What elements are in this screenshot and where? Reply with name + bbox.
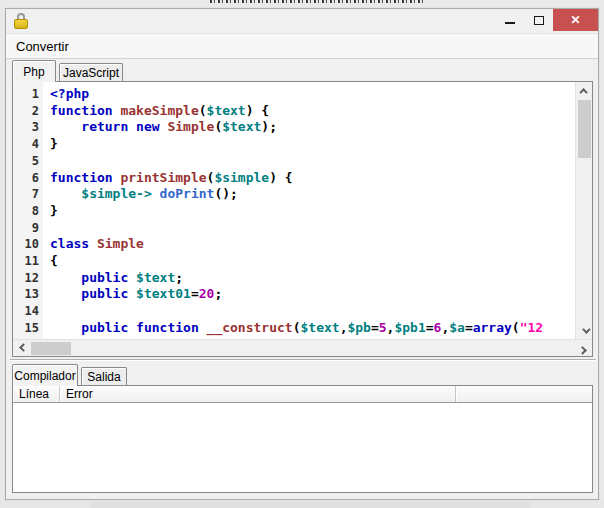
code-token [50, 270, 81, 285]
code-token: } [50, 203, 58, 218]
code-token [128, 320, 136, 335]
scroll-left-button[interactable] [13, 340, 30, 357]
code-line: } [50, 203, 575, 220]
code-token: $pb [347, 320, 370, 335]
line-number: 1 [13, 86, 43, 103]
background-window-sliver [0, 0, 604, 8]
code-editor-panel[interactable]: 123456789101112131415 <?phpfunction make… [12, 81, 593, 357]
chevron-left-icon [19, 343, 27, 351]
line-number: 13 [13, 286, 43, 303]
code-line: } [50, 136, 575, 153]
code-token [50, 119, 81, 134]
code-token: __construct [207, 320, 293, 335]
code-token: $text01 [136, 286, 191, 301]
code-token: $simple-> [81, 186, 151, 201]
menu-bar: Convertir [6, 33, 598, 59]
close-button[interactable]: ✕ [553, 9, 598, 31]
code-token [199, 320, 207, 335]
code-token: new [136, 119, 159, 134]
tab-salida[interactable]: Salida [81, 367, 127, 386]
code-line: $simple-> doPrint(); [50, 186, 575, 203]
code-scroll-area[interactable]: 123456789101112131415 <?phpfunction make… [13, 82, 575, 339]
error-table-header: Línea Error [13, 386, 592, 403]
scroll-up-button[interactable] [576, 82, 593, 99]
code-token: 5 [379, 320, 387, 335]
tab-javascript[interactable]: JavaScript [59, 63, 123, 82]
vertical-scroll-thumb[interactable] [578, 100, 591, 158]
line-number: 5 [13, 153, 43, 170]
error-list[interactable] [13, 403, 592, 492]
minimize-button[interactable] [495, 9, 524, 31]
chevron-right-icon [578, 346, 586, 354]
close-icon: ✕ [570, 13, 580, 27]
code-token [50, 186, 81, 201]
code-token: "12 [520, 320, 543, 335]
code-line: <?php [50, 86, 575, 103]
code-token: ) { [269, 170, 292, 185]
tab-compilador[interactable]: Compilador [12, 364, 78, 386]
line-number: 14 [13, 303, 43, 320]
code-line [50, 153, 575, 170]
code-token: $pb1 [394, 320, 425, 335]
title-bar[interactable]: ✕ [6, 9, 598, 33]
code-lines[interactable]: <?phpfunction makeSimple($text) { return… [43, 82, 575, 339]
code-token [152, 186, 160, 201]
vertical-scrollbar[interactable] [575, 82, 592, 339]
code-token: $text [136, 270, 175, 285]
column-header-linea[interactable]: Línea [13, 386, 60, 402]
background-bottom-strip [0, 500, 604, 508]
code-token: $text [207, 103, 246, 118]
horizontal-scroll-thumb[interactable] [31, 342, 71, 355]
code-token: ) { [246, 103, 269, 118]
editor-tab-strip: Php JavaScript [12, 60, 123, 82]
code-token: = [371, 320, 379, 335]
minimize-icon [505, 22, 515, 24]
code-token: $simple [214, 170, 269, 185]
menu-item-convertir[interactable]: Convertir [6, 39, 79, 54]
code-token: function [50, 170, 113, 185]
code-token: } [50, 136, 58, 151]
code-token: public [81, 270, 128, 285]
code-token: $text [300, 320, 339, 335]
window-controls: ✕ [495, 9, 598, 31]
code-token: ( [512, 320, 520, 335]
scroll-right-button[interactable] [575, 340, 592, 357]
code-line: return new Simple($text); [50, 119, 575, 136]
code-line [50, 220, 575, 237]
code-token [128, 286, 136, 301]
code-token: printSimple [120, 170, 206, 185]
line-number: 6 [13, 170, 43, 187]
tab-php[interactable]: Php [12, 60, 56, 82]
chevron-up-icon [579, 88, 587, 96]
maximize-button[interactable] [524, 9, 553, 31]
code-line: public $text01=20; [50, 286, 575, 303]
scroll-down-button[interactable] [576, 322, 593, 339]
padlock-icon [14, 13, 28, 29]
background-window-title-fragment [210, 0, 425, 3]
code-token: { [50, 253, 58, 268]
column-header-error[interactable]: Error [60, 386, 456, 402]
line-number: 8 [13, 203, 43, 220]
line-number: 10 [13, 236, 43, 253]
code-token: Simple [97, 236, 144, 251]
compiler-output-panel: Línea Error [12, 385, 593, 493]
panel-divider [10, 359, 596, 361]
code-token: return [81, 119, 128, 134]
code-token: $a [449, 320, 465, 335]
code-token: makeSimple [120, 103, 198, 118]
line-number: 2 [13, 103, 43, 120]
code-token: ; [214, 286, 222, 301]
code-line: { [50, 253, 575, 270]
code-token: <?php [50, 86, 89, 101]
horizontal-scrollbar[interactable] [13, 339, 592, 356]
gutter: 123456789101112131415 [13, 82, 43, 339]
code-token: 20 [199, 286, 215, 301]
code-line: function makeSimple($text) { [50, 103, 575, 120]
line-number: 12 [13, 270, 43, 287]
code-token: $text [222, 119, 261, 134]
code-line: public function __construct($text,$pb=5,… [50, 320, 575, 337]
output-tab-strip: Compilador Salida [12, 364, 127, 386]
code-token: function [50, 103, 113, 118]
code-line: class Simple [50, 236, 575, 253]
code-token: Simple [167, 119, 214, 134]
